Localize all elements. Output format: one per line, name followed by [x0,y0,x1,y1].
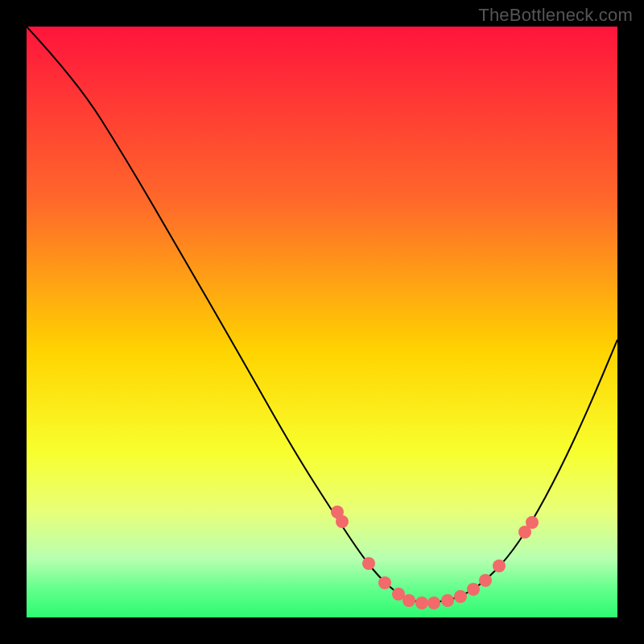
highlight-point [526,516,539,529]
highlight-point [336,515,349,528]
highlight-point [362,557,375,570]
bottleneck-chart [0,0,644,644]
watermark-text: TheBottleneck.com [478,5,633,26]
highlight-point [479,574,492,587]
highlight-point [441,594,454,607]
highlight-point [415,597,428,609]
highlight-point [402,594,415,607]
highlight-point [378,576,391,589]
chart-frame: TheBottleneck.com [0,0,644,644]
highlight-point [454,590,467,603]
highlight-point [427,597,440,609]
highlight-point [467,583,480,596]
highlight-point [493,559,506,572]
